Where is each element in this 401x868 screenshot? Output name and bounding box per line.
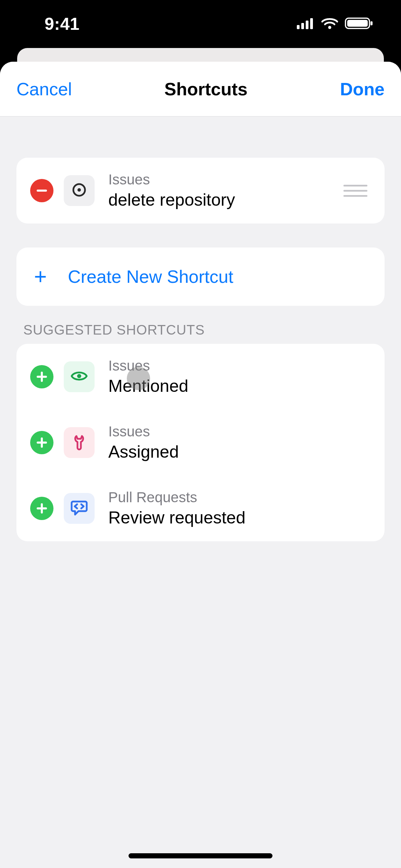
svg-point-10 bbox=[77, 374, 81, 378]
svg-rect-7 bbox=[370, 21, 373, 25]
done-button[interactable]: Done bbox=[340, 79, 385, 99]
drag-handle[interactable] bbox=[343, 185, 367, 197]
battery-icon bbox=[345, 17, 374, 31]
suggested-icon-box bbox=[64, 493, 95, 524]
touch-indicator bbox=[127, 367, 150, 390]
current-shortcuts-card: Issues delete repository bbox=[16, 158, 385, 224]
shortcut-title: delete repository bbox=[108, 190, 343, 210]
suggested-category: Issues bbox=[108, 423, 371, 440]
add-suggested-button[interactable] bbox=[30, 431, 53, 454]
add-suggested-button[interactable] bbox=[30, 497, 53, 520]
modal-sheet: Cancel Shortcuts Done Issues delete repo… bbox=[0, 62, 401, 868]
suggested-row-review-requested[interactable]: Pull Requests Review requested bbox=[16, 475, 385, 541]
plus-icon: + bbox=[30, 264, 51, 289]
cancel-button[interactable]: Cancel bbox=[16, 79, 72, 99]
suggested-icon-box bbox=[64, 361, 95, 392]
cellular-icon bbox=[297, 17, 315, 31]
suggested-shortcuts-card: Issues Mentioned Issues Assigned bbox=[16, 344, 385, 541]
svg-point-9 bbox=[77, 188, 81, 192]
remove-shortcut-button[interactable] bbox=[30, 179, 53, 202]
svg-rect-1 bbox=[301, 23, 304, 29]
shortcut-icon-box bbox=[64, 175, 95, 206]
suggested-row-mentioned[interactable]: Issues Mentioned bbox=[16, 344, 385, 410]
create-shortcut-label: Create New Shortcut bbox=[68, 266, 233, 287]
issue-opened-icon bbox=[71, 182, 87, 200]
svg-rect-2 bbox=[306, 21, 308, 29]
svg-rect-0 bbox=[297, 25, 300, 29]
code-review-icon bbox=[70, 499, 88, 518]
status-bar: 9:41 bbox=[0, 0, 401, 48]
status-indicators bbox=[297, 17, 374, 31]
nav-bar: Cancel Shortcuts Done bbox=[0, 62, 401, 117]
suggested-title: Review requested bbox=[108, 508, 371, 528]
suggested-category: Pull Requests bbox=[108, 489, 371, 506]
suggested-icon-box bbox=[64, 427, 95, 458]
tools-icon bbox=[71, 433, 88, 452]
add-suggested-button[interactable] bbox=[30, 365, 53, 388]
wifi-icon bbox=[321, 17, 339, 31]
status-time: 9:41 bbox=[45, 14, 80, 34]
eye-icon bbox=[70, 367, 88, 386]
suggested-row-assigned[interactable]: Issues Assigned bbox=[16, 410, 385, 475]
create-shortcut-card: + Create New Shortcut bbox=[16, 248, 385, 306]
home-indicator[interactable] bbox=[129, 853, 272, 858]
shortcut-row[interactable]: Issues delete repository bbox=[16, 158, 385, 224]
svg-rect-3 bbox=[310, 18, 313, 29]
create-new-shortcut-button[interactable]: + Create New Shortcut bbox=[16, 248, 385, 306]
suggested-section-header: SUGGESTED SHORTCUTS bbox=[16, 322, 385, 338]
svg-rect-6 bbox=[347, 20, 368, 27]
suggested-title: Assigned bbox=[108, 442, 371, 462]
page-title: Shortcuts bbox=[165, 79, 248, 99]
shortcut-category: Issues bbox=[108, 171, 343, 188]
svg-point-4 bbox=[328, 26, 331, 29]
